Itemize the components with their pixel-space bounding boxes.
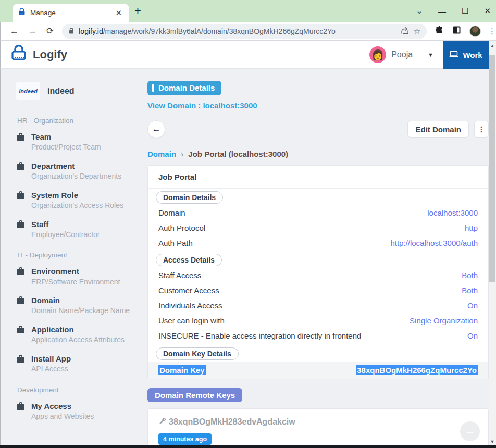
detail-label: User can login with	[158, 316, 225, 325]
tab-title: Manage	[30, 9, 109, 17]
detail-value: Both	[462, 271, 478, 280]
url-text[interactable]: logify.id/manage/work/97kk3mlBy6alA/doma…	[79, 27, 396, 35]
detail-row: Auth Protocol http	[148, 220, 488, 235]
window-maximize-icon[interactable]: ☐	[462, 6, 468, 16]
domain-remote-keys-badge: Domain Remote Keys	[147, 388, 242, 402]
detail-row: Auth Path http://localhost:3000/auth	[148, 235, 488, 251]
sidebar-item-subtitle: Product/Project Team	[31, 143, 101, 151]
brand-name: Logify	[33, 48, 67, 61]
bookmark-star-icon[interactable]: ☆	[414, 27, 420, 36]
badge-bar-icon	[152, 84, 154, 92]
scrollbar-up-icon[interactable]: ▲	[489, 43, 496, 48]
browser-tab[interactable]: Manage ✕	[13, 4, 129, 22]
detail-label: Staff Access	[158, 271, 201, 280]
sidebar-item-install-app[interactable]: Install AppAPI Access	[16, 354, 145, 375]
new-tab-icon[interactable]: +	[134, 5, 141, 17]
briefcase-icon	[16, 190, 25, 211]
sidebar-item-title: Application	[31, 325, 74, 334]
user-avatar[interactable]: 👩	[369, 46, 386, 63]
briefcase-icon	[16, 266, 25, 287]
sidebar-item-title: Staff	[31, 220, 48, 229]
briefcase-icon	[16, 354, 25, 375]
remote-key-value: 38xqnBOgMkH283edvAgdakciw	[169, 417, 295, 427]
forward-icon[interactable]: →	[28, 26, 37, 36]
key-age-badge: 4 minutes ago	[158, 433, 212, 445]
sidebar-item-department[interactable]: DepartmentOrganization's Departments	[16, 161, 145, 182]
section-label: HR - Organization	[17, 117, 145, 125]
sidebar-item-environment[interactable]: EnvironmentERP/Software Environment	[16, 266, 145, 287]
sidebar-item-title: Environment	[31, 267, 79, 276]
briefcase-icon	[16, 132, 25, 153]
reload-icon[interactable]: ⟳	[46, 26, 54, 36]
browser-profile-avatar[interactable]	[469, 26, 481, 37]
https-lock-icon[interactable]	[68, 28, 75, 34]
detail-row: Individuals Access On	[148, 298, 488, 313]
detail-value: Single Organization	[410, 316, 478, 325]
view-domain-link[interactable]: View Domain : localhost:3000	[147, 101, 489, 110]
sidebar-item-system-role[interactable]: System RoleOrganization's Access Roles	[16, 190, 145, 211]
briefcase-icon	[16, 401, 25, 422]
back-circle-button[interactable]: ←	[147, 120, 165, 138]
window-restore-down-icon[interactable]: ⌄	[416, 6, 423, 16]
remote-key-card[interactable]: 38xqnBOgMkH283edvAgdakciw 4 minutes ago …	[147, 408, 489, 448]
section-label: Development	[17, 386, 145, 394]
organization-name: indeed	[47, 86, 75, 96]
card-title: Job Portal	[148, 166, 488, 189]
legend-domain-key-details: Domain Key Details	[156, 347, 239, 360]
sidebar-item-subtitle: Organization's Departments	[31, 172, 121, 180]
back-icon[interactable]: ←	[10, 26, 19, 36]
sidebar-item-subtitle: API Access	[31, 365, 68, 373]
app-header: Logify 👩 Pooja ▼ Work	[0, 41, 496, 69]
breadcrumb: Domain › Job Portal (localhost:3000)	[147, 150, 489, 158]
open-key-arrow-button[interactable]: →	[460, 421, 480, 441]
domain-key-section: Domain Key Details Domain Key 38xqnBOgMk…	[148, 354, 488, 379]
sidebar-section-it: IT - Deployment EnvironmentERP/Software …	[16, 251, 145, 374]
detail-value: Both	[462, 286, 478, 295]
url-path: /manage/work/97kk3mlBy6alA/domain/38xqnB…	[103, 27, 336, 35]
detail-value: On	[467, 331, 478, 340]
organization-brand[interactable]: indeed indeed	[16, 82, 145, 100]
tab-favicon-lock-icon	[18, 8, 26, 18]
sidebar-item-staff[interactable]: StaffEmployee/Contractor	[16, 219, 145, 240]
tab-close-icon[interactable]: ✕	[113, 8, 124, 18]
sidebar-item-application[interactable]: ApplicationApplication Access Attributes	[16, 325, 145, 345]
detail-label: Customer Access	[158, 286, 219, 295]
more-options-kebab-icon[interactable]: ⋮	[474, 121, 489, 138]
logify-lock-icon	[10, 44, 28, 65]
window-close-icon[interactable]: ✕	[484, 6, 491, 16]
bottom-edge-strip	[0, 445, 496, 448]
sidebar-item-subtitle: Application Access Attributes	[31, 335, 125, 344]
page-title-badge: Domain Details	[147, 81, 221, 95]
browser-menu-kebab-icon[interactable]: ⋮	[488, 27, 496, 36]
breadcrumb-domain-link[interactable]: Domain	[147, 150, 176, 158]
detail-value: localhost:3000	[427, 208, 478, 217]
page-scrollbar[interactable]: ▲ ▼	[489, 41, 496, 448]
work-button[interactable]: Work	[443, 41, 489, 69]
detail-label: Domain	[158, 208, 185, 217]
detail-row: Customer Access Both	[148, 283, 488, 298]
scrollbar-thumb[interactable]	[489, 55, 495, 282]
detail-label: Auth Path	[158, 239, 193, 247]
browser-toolbar: ← → ⟳ logify.id/manage/work/97kk3mlBy6al…	[0, 22, 496, 41]
scrollbar-down-icon[interactable]: ▼	[489, 439, 496, 444]
sidebar-item-my-access[interactable]: My AccessApps and Websites	[16, 401, 145, 422]
domain-key-value-selected: 38xqnBOgMkH266gZqMurcc2Yo	[356, 365, 478, 375]
organization-logo: indeed	[16, 82, 40, 100]
logify-brand[interactable]: Logify	[10, 44, 67, 65]
sidebar-item-team[interactable]: TeamProduct/Project Team	[16, 132, 145, 153]
extensions-puzzle-icon[interactable]	[435, 26, 444, 36]
edit-domain-button[interactable]: Edit Domain	[407, 121, 469, 138]
window-minimize-icon[interactable]: —	[438, 7, 446, 16]
work-button-label: Work	[463, 51, 482, 59]
side-panel-icon[interactable]	[452, 26, 461, 36]
sidebar: indeed indeed HR - Organization TeamProd…	[0, 69, 145, 448]
section-label: IT - Deployment	[17, 251, 145, 259]
detail-label: Auth Protocol	[158, 223, 205, 232]
sidebar-item-domain[interactable]: DomainDomain Name/Package Name	[16, 295, 145, 316]
user-menu-caret-icon[interactable]: ▼	[428, 52, 433, 58]
sidebar-item-subtitle: Employee/Contractor	[31, 230, 100, 239]
detail-value: http://localhost:3000/auth	[390, 239, 478, 247]
share-icon[interactable]	[401, 27, 410, 36]
detail-value: On	[467, 301, 478, 310]
address-bar[interactable]: logify.id/manage/work/97kk3mlBy6alA/doma…	[62, 24, 427, 39]
